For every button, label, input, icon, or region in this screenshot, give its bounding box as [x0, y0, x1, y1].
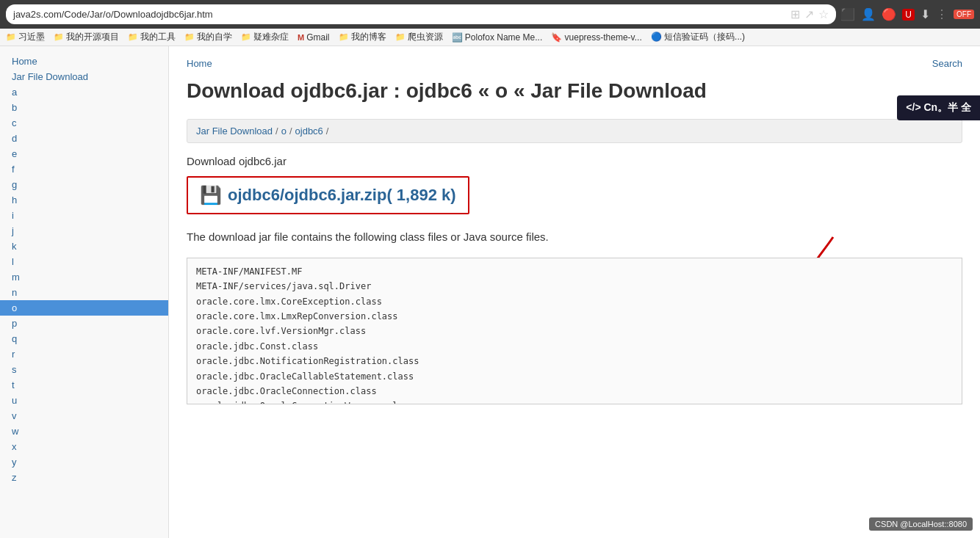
sidebar-y[interactable]: y: [0, 454, 168, 470]
bookmark-sms[interactable]: 🔵 短信验证码（接码...): [651, 31, 745, 43]
bookmark-vuepress[interactable]: 🔖 vuepress-theme-v...: [551, 32, 641, 43]
download-link[interactable]: ojdbc6/ojdbc6.jar.zip( 1,892 k): [228, 186, 456, 205]
file-item-1: META-INF/MANIFEST.MF: [196, 264, 953, 279]
file-list-box[interactable]: META-INF/MANIFEST.MF META-INF/services/j…: [187, 258, 962, 404]
folder-icon-4: 📁: [184, 32, 195, 42]
bookmark-polofox[interactable]: 🔤 Polofox Name Me...: [452, 32, 543, 43]
profile-icon[interactable]: 👤: [861, 7, 876, 21]
sidebar-home[interactable]: Home: [0, 54, 168, 69]
star-icon[interactable]: ☆: [818, 7, 829, 21]
bookmark-issues[interactable]: 📁 疑难杂症: [241, 31, 289, 43]
sidebar-h[interactable]: h: [0, 192, 168, 208]
browser-chrome: java2s.com/Code/Jar/o/Downloadojdbc6jar.…: [0, 0, 980, 29]
bookmark-label-10: 🔖 vuepress-theme-v...: [551, 32, 641, 43]
sidebar-u[interactable]: u: [0, 393, 168, 408]
bookmark-label: 习近墨: [18, 31, 45, 43]
code-toggle-panel[interactable]: </> Cn。半 全: [897, 95, 980, 120]
bookmark-opensource[interactable]: 📁 我的开源项目: [54, 31, 119, 43]
top-navigation: Home Search: [187, 58, 962, 69]
breadcrumb: Jar File Download / o / ojdbc6 /: [187, 119, 962, 143]
sidebar-f[interactable]: f: [0, 161, 168, 177]
menu-icon[interactable]: ⋮: [936, 7, 948, 21]
search-link[interactable]: Search: [932, 58, 962, 69]
bookmark-study[interactable]: 📁 我的自学: [184, 31, 232, 43]
red-icon[interactable]: 🔴: [882, 7, 896, 21]
file-item-2: META-INF/services/java.sql.Driver: [196, 279, 953, 294]
sidebar-i[interactable]: i: [0, 208, 168, 223]
bookmark-label-3: 我的工具: [140, 31, 176, 43]
folder-icon: 📁: [6, 32, 16, 42]
sidebar-x[interactable]: x: [0, 439, 168, 454]
share-icon[interactable]: ↗: [804, 7, 814, 21]
bookmark-tools[interactable]: 📁 我的工具: [128, 31, 176, 43]
down-icon[interactable]: ⬇: [920, 7, 930, 21]
sidebar-o[interactable]: o: [0, 300, 168, 316]
sidebar-k[interactable]: k: [0, 239, 168, 254]
bookmark-label-11: 🔵 短信验证码（接码...): [651, 31, 745, 43]
bookmark-xijin[interactable]: 📁 习近墨: [6, 31, 45, 43]
bookmark-blog[interactable]: 📁 我的博客: [339, 31, 386, 43]
sidebar-d[interactable]: d: [0, 131, 168, 146]
csdn-badge: CSDN @LocalHost::8080: [869, 517, 973, 531]
sidebar-s[interactable]: s: [0, 362, 168, 377]
bookmark-label-9: 🔤 Polofox Name Me...: [452, 32, 543, 43]
sidebar-m[interactable]: m: [0, 269, 168, 285]
bookmark-label-8: 爬虫资源: [408, 31, 443, 43]
sidebar-r[interactable]: r: [0, 346, 168, 362]
sidebar-p[interactable]: p: [0, 316, 168, 331]
page-wrapper: Home Jar File Download a b c d e f g h i…: [0, 46, 980, 538]
folder-icon-2: 📁: [54, 32, 64, 42]
sidebar-t[interactable]: t: [0, 377, 168, 393]
floppy-disk-icon: 💾: [200, 185, 222, 206]
breadcrumb-sep2: /: [289, 126, 292, 137]
address-bar[interactable]: java2s.com/Code/Jar/o/Downloadojdbc6jar.…: [6, 4, 836, 24]
sidebar-q[interactable]: q: [0, 331, 168, 346]
extensions-icon[interactable]: ⬛: [840, 7, 855, 21]
off-badge: OFF: [954, 10, 974, 19]
folder-icon-5: 📁: [241, 32, 251, 42]
sidebar-b[interactable]: b: [0, 100, 168, 115]
page-title: Download ojdbc6.jar : ojdbc6 « o « Jar F…: [187, 78, 962, 104]
bookmark-spider[interactable]: 📁 爬虫资源: [395, 31, 443, 43]
sidebar-a[interactable]: a: [0, 84, 168, 100]
breadcrumb-o[interactable]: o: [281, 126, 287, 137]
bookmark-label-6: Gmail: [306, 32, 329, 43]
file-item-6: oracle.jdbc.Const.class: [196, 339, 953, 354]
bookmark-gmail[interactable]: M Gmail: [298, 32, 330, 43]
sidebar-c[interactable]: c: [0, 115, 168, 131]
download-box[interactable]: 💾 ojdbc6/ojdbc6.jar.zip( 1,892 k): [187, 176, 469, 214]
sidebar-w[interactable]: w: [0, 424, 168, 439]
sidebar: Home Jar File Download a b c d e f g h i…: [0, 46, 169, 538]
sidebar-g[interactable]: g: [0, 177, 168, 192]
sidebar-e[interactable]: e: [0, 146, 168, 161]
folder-icon-7: 📁: [395, 32, 406, 42]
url-text: java2s.com/Code/Jar/o/Downloadojdbc6jar.…: [13, 9, 786, 20]
sidebar-n[interactable]: n: [0, 285, 168, 300]
file-item-9: oracle.jdbc.OracleConnection.class: [196, 384, 953, 399]
breadcrumb-ojdbc6[interactable]: ojdbc6: [295, 126, 323, 137]
file-item-8: oracle.jdbc.OracleCallableStatement.clas…: [196, 369, 953, 384]
translate-icon[interactable]: ⊞: [790, 7, 800, 21]
folder-icon-3: 📁: [128, 32, 138, 42]
bookmarks-bar: 📁 习近墨 📁 我的开源项目 📁 我的工具 📁 我的自学 📁 疑难杂症 M Gm…: [0, 29, 980, 46]
file-item-7: oracle.jdbc.NotificationRegistration.cla…: [196, 354, 953, 368]
breadcrumb-jar[interactable]: Jar File Download: [196, 126, 273, 137]
bookmark-label-5: 疑难杂症: [253, 31, 289, 43]
bookmark-label-4: 我的自学: [197, 31, 232, 43]
bookmark-label-7: 我的博客: [351, 31, 386, 43]
sidebar-l[interactable]: l: [0, 254, 168, 269]
file-item-10: oracle.jdbc.OracleConnectionWrapper.clas…: [196, 399, 953, 404]
file-item-4: oracle.core.lmx.LmxRepConversion.class: [196, 309, 953, 324]
u-icon[interactable]: U: [902, 9, 915, 21]
download-label: Download ojdbc6.jar: [187, 155, 962, 167]
breadcrumb-sep1: /: [275, 126, 278, 137]
folder-icon-6: 📁: [339, 32, 349, 42]
sidebar-jar-download[interactable]: Jar File Download: [0, 69, 168, 84]
sidebar-z[interactable]: z: [0, 470, 168, 485]
browser-toolbar: ⬛ 👤 🔴 U ⬇ ⋮ OFF: [840, 7, 974, 21]
sidebar-v[interactable]: v: [0, 408, 168, 424]
home-link[interactable]: Home: [187, 58, 212, 69]
gmail-icon: M: [298, 33, 304, 42]
sidebar-j[interactable]: j: [0, 223, 168, 239]
file-item-5: oracle.core.lvf.VersionMgr.class: [196, 324, 953, 338]
